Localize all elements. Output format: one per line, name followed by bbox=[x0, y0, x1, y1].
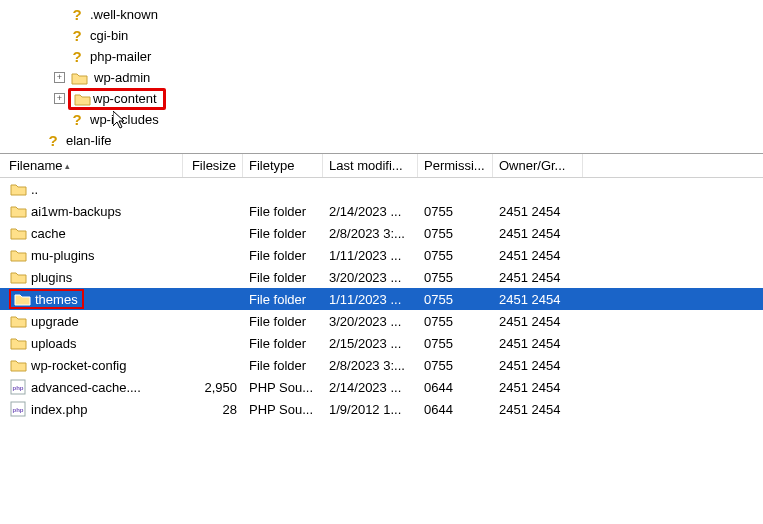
file-type: File folder bbox=[243, 314, 323, 329]
expand-icon[interactable]: + bbox=[54, 72, 65, 83]
folder-icon bbox=[9, 203, 27, 219]
file-row[interactable]: index.php28PHP Sou...1/9/2012 1...064424… bbox=[0, 398, 763, 420]
file-name-label: .. bbox=[31, 182, 38, 197]
header-filesize-label: Filesize bbox=[192, 158, 236, 173]
file-type: File folder bbox=[243, 226, 323, 241]
file-permissions: 0755 bbox=[418, 314, 493, 329]
file-list: ..ai1wm-backupsFile folder2/14/2023 ...0… bbox=[0, 178, 763, 420]
php-file-icon bbox=[9, 401, 27, 417]
file-size: 28 bbox=[183, 402, 243, 417]
expand-spacer bbox=[54, 114, 65, 125]
tree-item-label: wp-includes bbox=[88, 112, 161, 127]
file-owner: 2451 2454 bbox=[493, 226, 583, 241]
file-owner: 2451 2454 bbox=[493, 402, 583, 417]
tree-item[interactable]: ?.well-known bbox=[30, 4, 763, 25]
file-permissions: 0644 bbox=[418, 380, 493, 395]
file-name-label: ai1wm-backups bbox=[31, 204, 121, 219]
header-filesize[interactable]: Filesize bbox=[183, 154, 243, 177]
file-row[interactable]: cacheFile folder2/8/2023 3:...07552451 2… bbox=[0, 222, 763, 244]
file-modified: 3/20/2023 ... bbox=[323, 314, 418, 329]
header-permissions[interactable]: Permissi... bbox=[418, 154, 493, 177]
tree-item[interactable]: ?php-mailer bbox=[30, 46, 763, 67]
file-name-cell: mu-plugins bbox=[3, 247, 183, 263]
php-file-icon bbox=[9, 379, 27, 395]
file-name-cell: themes bbox=[3, 289, 183, 309]
file-row[interactable]: ai1wm-backupsFile folder2/14/2023 ...075… bbox=[0, 200, 763, 222]
highlight-box: wp-content bbox=[68, 88, 166, 110]
file-name-label: upgrade bbox=[31, 314, 79, 329]
file-row[interactable]: upgradeFile folder3/20/2023 ...07552451 … bbox=[0, 310, 763, 332]
file-name-cell: wp-rocket-config bbox=[3, 357, 183, 373]
unknown-icon: ? bbox=[70, 112, 84, 128]
header-owner[interactable]: Owner/Gr... bbox=[493, 154, 583, 177]
file-modified: 2/14/2023 ... bbox=[323, 204, 418, 219]
file-name-cell: advanced-cache.... bbox=[3, 379, 183, 395]
header-lastmodified-label: Last modifi... bbox=[329, 158, 403, 173]
header-filetype-label: Filetype bbox=[249, 158, 295, 173]
file-name-cell: ai1wm-backups bbox=[3, 203, 183, 219]
tree-item[interactable]: +wp-content bbox=[30, 88, 763, 109]
folder-icon bbox=[9, 269, 27, 285]
sort-ascending-icon: ▴ bbox=[65, 161, 70, 171]
file-modified: 1/11/2023 ... bbox=[323, 292, 418, 307]
file-name-label: index.php bbox=[31, 402, 87, 417]
file-modified: 1/9/2012 1... bbox=[323, 402, 418, 417]
folder-icon bbox=[13, 291, 31, 307]
file-permissions: 0755 bbox=[418, 270, 493, 285]
folder-icon bbox=[9, 335, 27, 351]
file-owner: 2451 2454 bbox=[493, 292, 583, 307]
unknown-icon: ? bbox=[70, 49, 84, 65]
file-row[interactable]: advanced-cache....2,950PHP Sou...2/14/20… bbox=[0, 376, 763, 398]
folder-icon bbox=[9, 181, 27, 197]
folder-icon bbox=[9, 313, 27, 329]
highlight-box: themes bbox=[9, 289, 84, 309]
file-name-label: uploads bbox=[31, 336, 77, 351]
file-type: File folder bbox=[243, 270, 323, 285]
file-name-cell: uploads bbox=[3, 335, 183, 351]
unknown-icon: ? bbox=[70, 7, 84, 23]
file-owner: 2451 2454 bbox=[493, 380, 583, 395]
file-name-cell: cache bbox=[3, 225, 183, 241]
file-permissions: 0755 bbox=[418, 336, 493, 351]
file-size: 2,950 bbox=[183, 380, 243, 395]
file-row[interactable]: uploadsFile folder2/15/2023 ...07552451 … bbox=[0, 332, 763, 354]
file-row[interactable]: themesFile folder1/11/2023 ...07552451 2… bbox=[0, 288, 763, 310]
file-type: PHP Sou... bbox=[243, 402, 323, 417]
file-owner: 2451 2454 bbox=[493, 270, 583, 285]
file-row[interactable]: pluginsFile folder3/20/2023 ...07552451 … bbox=[0, 266, 763, 288]
tree-item[interactable]: ?wp-includes bbox=[30, 109, 763, 130]
header-filename[interactable]: Filename ▴ bbox=[3, 154, 183, 177]
file-name-label: wp-rocket-config bbox=[31, 358, 126, 373]
file-permissions: 0755 bbox=[418, 358, 493, 373]
tree-item-label: elan-life bbox=[64, 133, 114, 148]
tree-item[interactable]: ?elan-life bbox=[30, 130, 763, 151]
file-row[interactable]: .. bbox=[0, 178, 763, 200]
file-type: File folder bbox=[243, 336, 323, 351]
file-type: File folder bbox=[243, 292, 323, 307]
header-filetype[interactable]: Filetype bbox=[243, 154, 323, 177]
file-permissions: 0755 bbox=[418, 226, 493, 241]
expand-icon[interactable]: + bbox=[54, 93, 65, 104]
file-modified: 3/20/2023 ... bbox=[323, 270, 418, 285]
file-permissions: 0755 bbox=[418, 292, 493, 307]
file-name-label: advanced-cache.... bbox=[31, 380, 141, 395]
unknown-icon: ? bbox=[46, 133, 60, 149]
file-owner: 2451 2454 bbox=[493, 248, 583, 263]
tree-item-label: .well-known bbox=[88, 7, 160, 22]
file-name-cell: plugins bbox=[3, 269, 183, 285]
file-owner: 2451 2454 bbox=[493, 204, 583, 219]
file-modified: 2/8/2023 3:... bbox=[323, 226, 418, 241]
tree-item[interactable]: +wp-admin bbox=[30, 67, 763, 88]
file-owner: 2451 2454 bbox=[493, 336, 583, 351]
file-modified: 2/15/2023 ... bbox=[323, 336, 418, 351]
tree-item[interactable]: ?cgi-bin bbox=[30, 25, 763, 46]
folder-icon bbox=[9, 357, 27, 373]
file-name-label: cache bbox=[31, 226, 66, 241]
file-type: File folder bbox=[243, 248, 323, 263]
file-name-cell: .. bbox=[3, 181, 183, 197]
header-lastmodified[interactable]: Last modifi... bbox=[323, 154, 418, 177]
file-row[interactable]: wp-rocket-configFile folder2/8/2023 3:..… bbox=[0, 354, 763, 376]
file-row[interactable]: mu-pluginsFile folder1/11/2023 ...075524… bbox=[0, 244, 763, 266]
tree-item-label: php-mailer bbox=[88, 49, 153, 64]
file-permissions: 0755 bbox=[418, 204, 493, 219]
